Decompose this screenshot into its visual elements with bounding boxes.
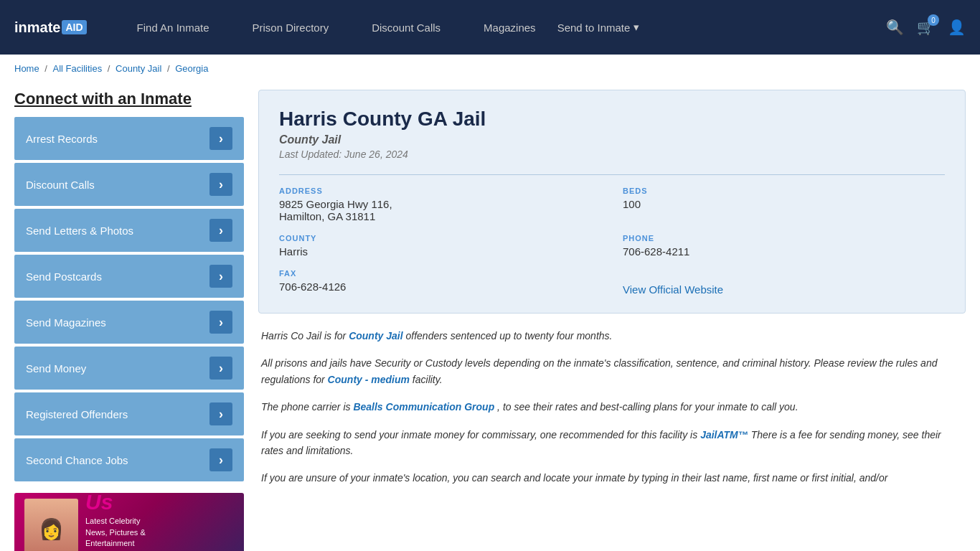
nav-discount-calls[interactable]: Discount Calls	[350, 0, 462, 55]
address-label: ADDRESS	[279, 187, 601, 195]
address-block: ADDRESS 9825 Georgia Hwy 116, Hamilton, …	[279, 187, 601, 222]
logo[interactable]: inmate AID	[14, 19, 87, 36]
fax-block: FAX 706-628-4126	[279, 269, 601, 296]
logo-atm: AID	[62, 20, 86, 34]
nav-prison-directory[interactable]: Prison Directory	[231, 0, 351, 55]
beds-block: BEDS 100	[623, 187, 945, 222]
arrow-icon: ›	[209, 402, 232, 425]
fax-label: FAX	[279, 269, 601, 278]
sidebar-item-send-money[interactable]: Send Money ›	[14, 347, 244, 390]
sidebar-item-registered-offenders[interactable]: Registered Offenders ›	[14, 392, 244, 435]
breadcrumb-all-facilities[interactable]: All Facilities	[53, 63, 103, 74]
main-content: Harris County GA Jail County Jail Last U…	[258, 90, 966, 551]
cart-badge: 0	[928, 14, 939, 26]
advertisement-banner[interactable]: 👩 Us Latest Celebrity News, Pictures & E…	[14, 493, 244, 551]
bealls-communication-link[interactable]: Bealls Communication Group	[353, 401, 494, 413]
facility-info-grid: ADDRESS 9825 Georgia Hwy 116, Hamilton, …	[279, 174, 945, 296]
desc-para-4: If you are seeking to send your inmate m…	[261, 427, 963, 459]
arrow-icon: ›	[209, 219, 232, 242]
nav-send-to-inmate[interactable]: Send to Inmate ▾	[557, 21, 640, 34]
main-nav: Find An Inmate Prison Directory Discount…	[116, 0, 886, 55]
header-actions: 🔍 🛒 0 👤	[886, 19, 966, 36]
arrow-icon: ›	[209, 311, 232, 334]
phone-block: PHONE 706-628-4211	[623, 234, 945, 258]
phone-value: 706-628-4211	[623, 245, 945, 258]
user-icon[interactable]: 👤	[948, 19, 966, 36]
facility-last-updated: Last Updated: June 26, 2024	[279, 149, 945, 160]
breadcrumb-home[interactable]: Home	[14, 63, 39, 74]
desc-para-5: If you are unsure of your inmate's locat…	[261, 470, 963, 486]
facility-name: Harris County GA Jail	[279, 108, 945, 131]
desc-para-1: Harris Co Jail is for County Jail offend…	[261, 328, 963, 344]
county-value: Harris	[279, 245, 601, 258]
sidebar-item-send-postcards[interactable]: Send Postcards ›	[14, 255, 244, 298]
arrow-icon: ›	[209, 448, 232, 471]
site-header: inmate AID Find An Inmate Prison Directo…	[0, 0, 980, 55]
cart-icon[interactable]: 🛒 0	[917, 19, 935, 36]
sidebar-item-send-magazines[interactable]: Send Magazines ›	[14, 301, 244, 344]
county-jail-link[interactable]: County Jail	[349, 330, 402, 342]
sidebar-item-discount-calls[interactable]: Discount Calls ›	[14, 163, 244, 206]
arrow-icon: ›	[209, 127, 232, 150]
facility-description: Harris Co Jail is for County Jail offend…	[258, 328, 966, 486]
fax-value: 706-628-4126	[279, 281, 601, 293]
facility-card: Harris County GA Jail County Jail Last U…	[258, 90, 966, 314]
nav-magazines[interactable]: Magazines	[462, 0, 557, 55]
sidebar-item-second-chance-jobs[interactable]: Second Chance Jobs ›	[14, 438, 244, 481]
search-icon[interactable]: 🔍	[886, 19, 904, 36]
arrow-icon: ›	[209, 173, 232, 196]
arrow-icon: ›	[209, 357, 232, 380]
sidebar-title: Connect with an Inmate	[14, 90, 244, 108]
sidebar: Connect with an Inmate Arrest Records › …	[14, 90, 244, 551]
desc-para-3: The phone carrier is Bealls Communicatio…	[261, 399, 963, 415]
county-block: COUNTY Harris	[279, 234, 601, 258]
beds-label: BEDS	[623, 187, 945, 195]
ad-logo: Us	[85, 493, 227, 513]
main-layout: Connect with an Inmate Arrest Records › …	[0, 83, 980, 551]
facility-type: County Jail	[279, 133, 945, 146]
phone-label: PHONE	[623, 234, 945, 242]
website-block: View Official Website	[623, 269, 945, 296]
view-official-website-link[interactable]: View Official Website	[623, 283, 723, 296]
nav-find-inmate[interactable]: Find An Inmate	[116, 0, 231, 55]
arrow-icon: ›	[209, 265, 232, 288]
sidebar-item-arrest-records[interactable]: Arrest Records ›	[14, 117, 244, 160]
desc-para-2: All prisons and jails have Security or C…	[261, 355, 963, 387]
ad-content: Us Latest Celebrity News, Pictures & Ent…	[78, 493, 234, 551]
beds-value: 100	[623, 198, 945, 210]
logo-text: inmate	[14, 19, 60, 36]
breadcrumb-georgia[interactable]: Georgia	[175, 63, 208, 74]
jailatm-link[interactable]: JailATM™	[700, 429, 748, 441]
county-medium-link[interactable]: County - medium	[328, 374, 410, 385]
address-value: 9825 Georgia Hwy 116, Hamilton, GA 31811	[279, 198, 601, 222]
ad-tagline: Latest Celebrity News, Pictures & Entert…	[85, 516, 227, 549]
breadcrumb-county-jail[interactable]: County Jail	[116, 63, 161, 74]
county-label: COUNTY	[279, 234, 601, 242]
breadcrumb: Home / All Facilities / County Jail / Ge…	[0, 55, 980, 83]
sidebar-item-send-letters[interactable]: Send Letters & Photos ›	[14, 209, 244, 252]
sidebar-menu: Arrest Records › Discount Calls › Send L…	[14, 117, 244, 481]
ad-image: 👩	[24, 499, 78, 552]
